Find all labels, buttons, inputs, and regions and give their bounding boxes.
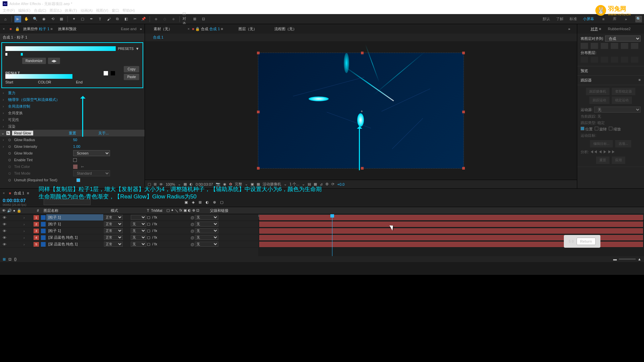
trkmat-select[interactable]: 无: [131, 228, 146, 233]
workspace-standard[interactable]: 标准: [570, 16, 577, 21]
shape-tool-icon[interactable]: ▢: [79, 16, 86, 22]
dist-4-icon[interactable]: [611, 57, 618, 63]
tl-toggle-2-icon[interactable]: ◈: [192, 200, 195, 204]
eyedropper-icon[interactable]: ➳: [81, 165, 84, 169]
options-button[interactable]: 选项...: [615, 140, 631, 147]
tl-toggle-6-icon[interactable]: ▢: [220, 200, 223, 204]
workspace-more-icon[interactable]: »: [623, 16, 629, 22]
renderer-icon[interactable]: ⚙: [325, 182, 329, 186]
toggle-switches-icon[interactable]: ⊞: [3, 257, 6, 261]
align-tab[interactable]: 对齐 ≡: [591, 26, 601, 32]
warp-stabilizer-button[interactable]: 变形稳定器: [612, 88, 635, 95]
parent-select[interactable]: 无: [195, 222, 218, 227]
align-vcenter-icon[interactable]: [621, 43, 628, 49]
presets-dropdown-icon[interactable]: ▼: [136, 47, 139, 51]
stabilize-motion-button[interactable]: 稳定运动: [612, 97, 632, 104]
reset-link[interactable]: 重置: [69, 131, 76, 136]
apply-button[interactable]: 应用: [612, 157, 625, 164]
refresh-icon[interactable]: ⟳: [331, 182, 334, 186]
workspace-small[interactable]: 小屏幕: [583, 16, 594, 21]
paste-button[interactable]: Paste: [124, 74, 139, 80]
menu-view[interactable]: 视图(V): [95, 7, 110, 14]
tl-toggle-5-icon[interactable]: ⊕: [213, 200, 216, 204]
snap-grid-icon[interactable]: ⊡: [200, 16, 207, 22]
parent-pickwhip-icon[interactable]: @: [191, 216, 194, 220]
parent-pickwhip-icon[interactable]: @: [191, 229, 194, 233]
expand-icon[interactable]: ›: [23, 216, 25, 220]
parent-select[interactable]: 无: [195, 242, 218, 247]
tab-footage[interactable]: 素材（无）: [152, 25, 174, 33]
edit-target-button[interactable]: 编辑目标...: [590, 140, 613, 147]
home-icon[interactable]: ⌂: [2, 16, 9, 22]
trkmat-select[interactable]: 无: [131, 222, 146, 227]
group-fluid[interactable]: 全局流体控制: [8, 104, 65, 109]
selection-tool-icon[interactable]: ▶: [14, 16, 21, 22]
exposure-value[interactable]: +0.0: [337, 182, 344, 186]
gradient-preview[interactable]: [5, 46, 116, 51]
unmult-checkbox[interactable]: [76, 178, 80, 182]
about-link[interactable]: 关于...: [98, 131, 109, 136]
lock-col-icon[interactable]: 🔒: [17, 208, 21, 213]
start-color-swatch[interactable]: [104, 71, 108, 75]
expand-icon[interactable]: ›: [23, 242, 25, 246]
layer-color-chip[interactable]: [41, 229, 46, 233]
blend-mode-select[interactable]: 正常: [104, 228, 123, 233]
visibility-toggle[interactable]: 👁: [2, 229, 7, 233]
reset-button[interactable]: 重置: [596, 157, 609, 164]
tracker-menu-icon[interactable]: ≡: [639, 78, 641, 83]
glow-intensity-value[interactable]: 1.00: [73, 144, 80, 148]
eye-col-icon[interactable]: 👁: [2, 208, 6, 213]
workspace-default[interactable]: 默认: [543, 16, 550, 21]
rubberhose-tab[interactable]: RubberHose2: [608, 27, 631, 31]
parent-select[interactable]: 无: [195, 228, 218, 233]
tab-layer[interactable]: 图层（无）: [236, 25, 259, 33]
roto-tool-icon[interactable]: ✂: [131, 16, 138, 22]
dist-2-icon[interactable]: [591, 57, 598, 63]
world-axis-icon[interactable]: ◇: [161, 16, 168, 22]
group-visibility[interactable]: 可见性: [8, 117, 65, 122]
layer-track[interactable]: [259, 222, 643, 227]
copy-button[interactable]: Copy: [124, 66, 139, 72]
align-left-icon[interactable]: [581, 43, 588, 49]
group-render[interactable]: 渲染: [8, 124, 65, 129]
frame-blend-icon[interactable]: {}: [14, 257, 16, 261]
layer-name[interactable]: [粒子 1]: [46, 214, 103, 221]
zoom-slider[interactable]: [619, 258, 636, 260]
effect-controls-tab[interactable]: 效果控件 粒子 1 ≡: [23, 26, 53, 32]
tl-toggle-4-icon[interactable]: ◐: [206, 200, 209, 204]
anchor-tool-icon[interactable]: ✦: [70, 16, 77, 22]
motion-source-select[interactable]: 无: [594, 107, 641, 113]
visibility-toggle[interactable]: 👁: [2, 216, 7, 220]
layer-name[interactable]: [粒子 1]: [46, 221, 103, 227]
blend-mode-select[interactable]: 正常: [104, 222, 123, 227]
layer-track[interactable]: [259, 215, 643, 220]
menu-composition[interactable]: 合成(C): [33, 7, 48, 14]
workspace-learn[interactable]: 了解: [556, 16, 564, 21]
layer-color-chip[interactable]: [41, 215, 46, 220]
current-time[interactable]: 0:00:03:07: [0, 198, 44, 203]
randomize-button[interactable]: Randomize: [22, 58, 46, 64]
text-tool-icon[interactable]: T: [97, 16, 103, 22]
scale-checkbox[interactable]: [609, 127, 612, 130]
menu-file[interactable]: 文件(F): [1, 7, 16, 14]
zoom-out-icon[interactable]: ▬: [613, 257, 617, 261]
dist-1-icon[interactable]: [581, 57, 588, 63]
ease-label[interactable]: Ease and: [121, 27, 136, 31]
timeline-tab-close-icon[interactable]: ×: [3, 191, 5, 195]
tl-toggle-1-icon[interactable]: ▣: [184, 200, 188, 204]
workspace-library[interactable]: 库: [613, 16, 616, 21]
pen-tool-icon[interactable]: ✒: [88, 16, 95, 22]
glow-mode-select[interactable]: Screen: [73, 150, 110, 156]
effects-presets-tab[interactable]: 效果和预设: [56, 25, 78, 33]
align-top-icon[interactable]: [611, 43, 618, 49]
brush-tool-icon[interactable]: 🖌: [105, 16, 112, 22]
layer-name[interactable]: [深 品蓝色 纯色 1]: [46, 241, 103, 247]
expand-icon[interactable]: ›: [23, 229, 25, 233]
layer-track[interactable]: [259, 228, 643, 234]
prev-preset-button[interactable]: ◀▶: [48, 58, 60, 64]
eraser-tool-icon[interactable]: ◧: [123, 16, 129, 22]
align-to-select[interactable]: 合成: [605, 36, 641, 42]
align-hcenter-icon[interactable]: [591, 43, 598, 49]
timeline-comp-name[interactable]: 合成 1: [14, 191, 24, 196]
panel-overflow-icon[interactable]: »: [140, 27, 142, 31]
